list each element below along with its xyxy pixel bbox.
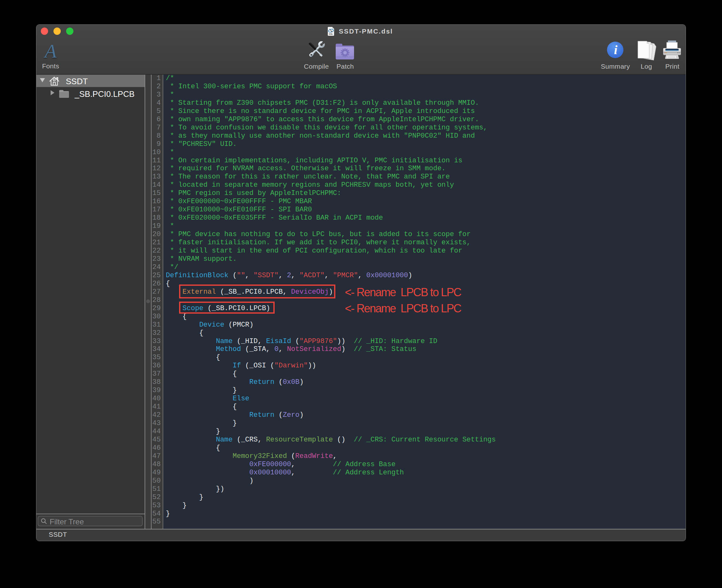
svg-text:DSL: DSL xyxy=(329,33,333,35)
svg-text:i: i xyxy=(614,43,617,57)
